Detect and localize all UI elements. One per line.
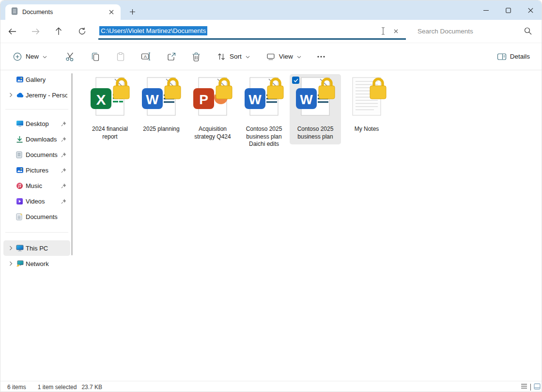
word-locked-file-icon: W [238,76,290,121]
svg-text:P: P [199,92,208,107]
title-bar: Documents [0,0,542,20]
file-tile-my-notes[interactable]: My Notes [341,74,392,137]
maximize-button[interactable] [497,0,519,20]
up-button[interactable] [47,22,70,41]
pin-icon [61,183,67,189]
word-locked-file-icon: W [290,76,341,121]
sort-button[interactable]: Sort [212,47,254,66]
details-button[interactable]: Details [493,47,534,66]
file-tile-contoso-plan-selected[interactable]: W Contoso 2025 business plan [290,74,341,144]
file-label[interactable]: Acquisition strategy Q424 [187,125,238,141]
file-tile-contoso-plan-daichi-edits[interactable]: W Contoso 2025 business plan Daichi edit… [238,74,290,152]
search-box[interactable]: Search Documents [414,23,538,40]
sidebar-item-music[interactable]: Music [3,178,70,193]
close-button[interactable] [519,0,542,20]
svg-text:A: A [144,54,147,59]
new-tab-button[interactable] [126,6,138,17]
clear-address-icon[interactable] [391,27,400,36]
selection-size: 23.7 KB [81,384,102,391]
explorer-tab-documents[interactable]: Documents [5,4,121,20]
svg-text:W: W [300,92,313,107]
search-placeholder: Search Documents [418,28,473,35]
document-tab-icon [11,7,18,17]
chevron-right-icon[interactable] [9,246,16,251]
file-tile-2025-planning[interactable]: W 2025 planning [136,74,187,137]
tab-title: Documents [22,9,107,16]
pin-icon [61,198,67,204]
pin-icon [61,136,67,142]
text-locked-file-icon [341,76,392,121]
sidebar-item-label: Desktop [26,120,61,127]
share-button[interactable] [163,48,180,65]
address-text-selected[interactable]: C:\Users\Violet Martinez\Documents [99,26,207,35]
file-tile-2024-financial-report[interactable]: X 2024 financial report [84,74,136,144]
view-icon [265,51,276,62]
svg-text:W: W [146,92,159,107]
file-explorer-window: Documents [0,0,542,392]
sidebar-item-label: Network [26,260,67,267]
file-label[interactable]: 2024 financial report [84,125,136,141]
sidebar-item-documents-2[interactable]: Documents [3,209,70,224]
file-label[interactable]: 2025 planning [136,125,187,133]
pin-icon [61,121,67,127]
navigation-bar: C:\Users\Violet Martinez\Documents Searc… [0,20,542,43]
window-body: Gallery Jeremy - Persona Desktop [0,70,542,381]
documents-icon [16,213,26,220]
file-list: X 2024 financial report [73,70,542,381]
onedrive-cloud-icon [16,92,26,98]
file-label[interactable]: Contoso 2025 business plan Daichi edits [238,125,290,148]
pin-icon [61,152,67,158]
sidebar-item-videos[interactable]: Videos [3,193,70,209]
sidebar-scrollbar[interactable] [71,73,73,255]
refresh-button[interactable] [70,22,93,41]
sidebar-item-downloads[interactable]: Downloads [3,131,70,147]
sidebar-item-network[interactable]: Network [3,256,70,271]
tab-close-icon[interactable] [107,8,116,16]
minimize-button[interactable] [475,0,497,20]
sidebar-item-label: Videos [26,198,61,205]
sidebar-item-label: Downloads [26,136,61,143]
paste-button[interactable] [112,48,129,65]
sidebar-item-documents[interactable]: Documents [3,147,70,162]
plus-circle-icon [12,51,23,62]
cut-button[interactable] [62,48,79,65]
sidebar-item-this-pc[interactable]: This PC [3,240,70,256]
sidebar-item-label: Documents [26,151,61,158]
status-divider [530,384,531,391]
status-bar: 6 items 1 item selected 23.7 KB [0,381,542,392]
large-icons-view-toggle-icon[interactable] [534,383,541,391]
back-button[interactable] [0,22,24,41]
pictures-icon [16,166,26,174]
delete-button[interactable] [188,48,204,65]
command-toolbar: New A [0,43,542,70]
details-view-toggle-icon[interactable] [521,383,527,391]
sidebar-item-pictures[interactable]: Pictures [3,162,70,178]
copy-button[interactable] [87,48,104,65]
view-button[interactable]: View [262,47,305,66]
sidebar-item-gallery[interactable]: Gallery [3,72,70,87]
chevron-down-icon [297,53,301,60]
file-tile-acquisition-strategy[interactable]: P Acquisition strategy Q424 [187,74,238,144]
more-options-button[interactable] [313,51,329,62]
sidebar-item-label: Documents [26,213,67,220]
chevron-right-icon[interactable] [9,261,16,266]
rename-button[interactable]: A [137,48,155,65]
chevron-right-icon[interactable] [9,93,16,97]
item-count: 6 items [7,384,26,391]
search-icon[interactable] [524,27,532,37]
sidebar-item-label: Pictures [26,167,61,174]
sidebar-item-desktop[interactable]: Desktop [3,116,70,131]
sort-arrows-icon [216,51,227,62]
navigation-pane: Gallery Jeremy - Persona Desktop [0,70,73,381]
text-cursor-icon [381,27,386,37]
file-label[interactable]: My Notes [341,125,392,133]
new-button-label: New [26,53,39,60]
forward-button[interactable] [24,22,47,41]
sidebar-item-label: Jeremy - Persona [26,92,67,99]
sidebar-item-label: Gallery [26,76,67,83]
address-bar[interactable]: C:\Users\Violet Martinez\Documents [98,23,406,40]
svg-text:W: W [248,92,262,107]
file-label[interactable]: Contoso 2025 business plan [290,125,341,141]
new-button[interactable]: New [8,47,51,66]
sidebar-item-onedrive[interactable]: Jeremy - Persona [3,87,70,103]
